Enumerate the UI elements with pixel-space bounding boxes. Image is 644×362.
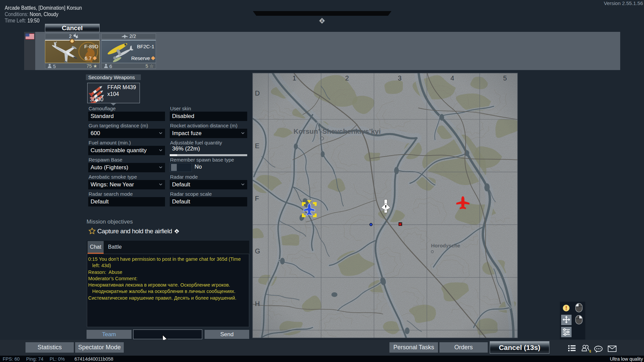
- svg-text:A: A: [176, 230, 178, 233]
- svg-text:A: A: [321, 19, 323, 23]
- svg-text:6: 6: [589, 349, 591, 353]
